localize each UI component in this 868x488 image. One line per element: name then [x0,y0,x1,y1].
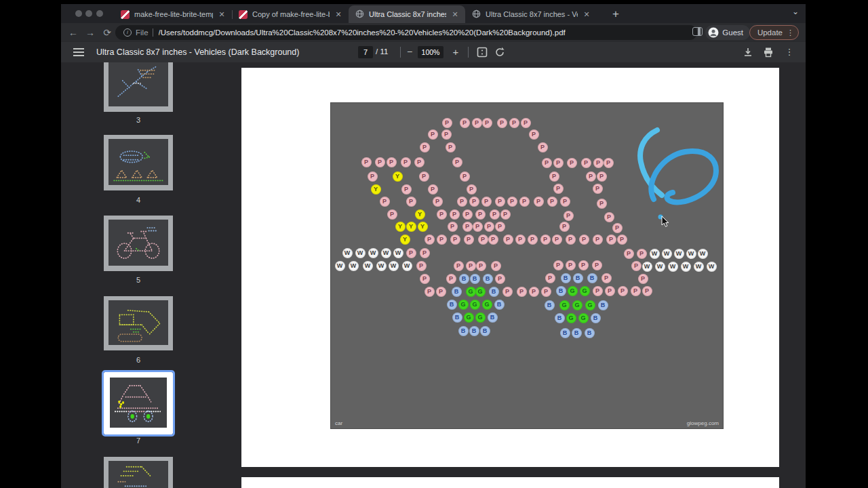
peg-p: P [509,118,519,128]
peg-w: W [349,261,359,271]
peg-p: P [416,261,427,271]
peg-p: P [579,235,589,245]
page-info-icon[interactable]: i [123,28,132,37]
peg-p: P [592,260,602,270]
peg-w: W [393,248,403,258]
peg-b: B [483,274,493,284]
peg-b: B [452,312,462,323]
peg-p: P [566,260,576,270]
zoom-level[interactable]: 100% [418,46,443,58]
side-panel-icon[interactable] [692,27,703,36]
peg-p: P [566,235,576,245]
page-thumbnail-5[interactable] [104,216,173,271]
peg-p: P [578,260,589,270]
peg-p: P [597,171,607,182]
fit-to-page-icon[interactable] [477,47,488,58]
peg-p: P [457,197,467,207]
print-icon[interactable] [763,47,774,58]
forward-button[interactable]: → [83,26,97,39]
peg-b: B [469,326,479,336]
peg-p: P [540,235,551,245]
tab-1[interactable]: make-free-lite-brite-template✕ [114,5,232,23]
peg-p: P [495,197,505,207]
peg-w: W [650,249,660,259]
peg-w: W [674,249,684,259]
peg-p: P [528,235,538,245]
board-caption-name: car [335,420,342,426]
peg-w: W [368,248,378,258]
address-bar[interactable]: i File /Users/toddmcg/Downloads/Ultra%20… [115,25,697,40]
window-close-button[interactable] [75,10,82,17]
page-number-input[interactable]: 7 [358,46,373,58]
peg-b: B [556,286,566,296]
peg-p: P [401,157,411,167]
peg-p: P [507,197,517,207]
page-thumbnail-8[interactable] [104,457,173,488]
zoom-out-button[interactable]: − [403,45,416,59]
tab-close-icon[interactable]: ✕ [582,9,591,19]
peg-p: P [473,222,483,232]
profile-button[interactable]: Guest [705,25,750,40]
window-minimize-button[interactable] [85,10,92,17]
peg-p: P [420,142,430,152]
tab-label: make-free-lite-brite-template [134,10,213,18]
menu-icon[interactable] [73,48,84,56]
peg-p: P [605,286,615,296]
board-caption-site: glowpeg.com [687,420,719,426]
peg-g: G [475,287,486,297]
download-icon[interactable] [743,47,753,58]
peg-p: P [361,157,372,167]
back-button[interactable]: ← [66,26,80,39]
pdf-more-options-icon[interactable]: ⋮ [783,45,796,59]
peg-p: P [380,197,390,207]
lite-brite-board: PPPPPPPPPPPPPPPPPPPPPPPPPPYPPPPPYPPPPPPP… [330,102,724,429]
peg-p: P [593,158,604,168]
peg-p: P [464,235,474,245]
avatar-icon [708,27,719,38]
reload-button[interactable]: ⟳ [100,26,114,39]
peg-p: P [519,197,530,207]
peg-p: P [564,211,574,221]
tab-search-chevron-icon[interactable]: ⌄ [792,7,799,16]
pdf-page-8-partial [241,477,779,488]
peg-w: W [363,261,373,271]
peg-g: G [572,300,583,310]
thumbnail-page-number: 5 [104,276,173,284]
page-thumbnail-7[interactable] [104,372,173,434]
peg-y: Y [400,235,410,245]
page-thumbnail-3[interactable] [104,62,173,112]
pdf-toolbar: Ultra Classic 8x7 inches - Vehicles (Dar… [61,42,806,62]
browser-menu-icon: ⋮ [787,28,794,37]
new-tab-button[interactable]: + [608,6,624,22]
peg-p: P [462,222,473,232]
tab-3[interactable]: Ultra Classic 8x7 inches - Vehi✕ [349,5,465,23]
tab-close-icon[interactable]: ✕ [217,9,226,19]
peg-y: Y [415,209,425,220]
peg-b: B [470,274,480,284]
rotate-icon[interactable] [494,47,505,58]
peg-p: P [521,118,531,128]
tab-label: Copy of make-free-lite-brite-te [252,10,330,18]
tab-2[interactable]: Copy of make-free-lite-brite-te✕ [232,5,349,23]
peg-p: P [552,235,562,245]
page-thumbnail-4[interactable] [104,135,173,190]
peg-p: P [549,171,559,182]
peg-p: P [497,118,507,128]
zoom-in-button[interactable]: + [449,45,462,59]
peg-p: P [482,118,492,128]
tab-label: Ultra Classic 8x7 inches - Vehi [369,10,446,18]
thumbnail-image [108,139,168,185]
peg-b: B [489,287,499,297]
update-button[interactable]: Update ⋮ [749,25,799,40]
peg-p: P [375,157,385,167]
tab-4[interactable]: Ultra Classic 8x7 inches - Vehi✕ [465,5,597,23]
thumbnail-page-number: 6 [104,356,173,364]
page-thumbnail-6[interactable] [104,296,173,350]
tab-close-icon[interactable]: ✕ [450,9,460,19]
peg-p: P [467,184,477,195]
window-zoom-button[interactable] [96,10,103,17]
peg-p: P [593,184,603,194]
peg-w: W [681,262,691,272]
pdf-viewer: 34567 PPPPPPPPPPPPPPPPPPPPPPPPPPYPPPPPYP… [61,62,806,488]
tab-close-icon[interactable]: ✕ [334,9,343,19]
